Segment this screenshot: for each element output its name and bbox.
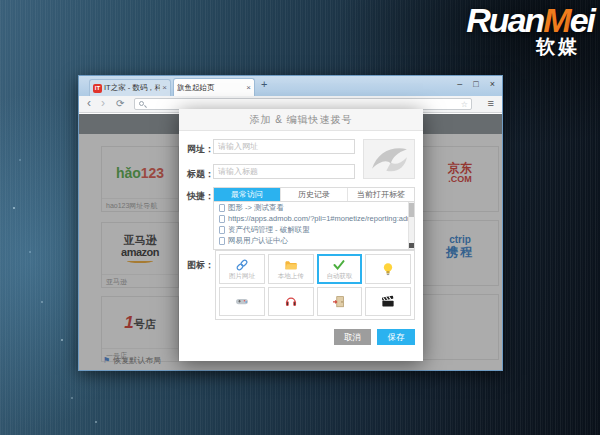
quick-dial-dialog: 添加 & 编辑快速拨号 网址： 标题： 快捷： 最常访问 历史记录 当前打开标签… [179, 109, 423, 361]
tab-history[interactable]: 历史记录 [280, 188, 347, 201]
icon-preview [363, 139, 415, 179]
refresh-button[interactable]: ⟳ [116, 96, 124, 111]
brand-text-part: Ruan [466, 1, 543, 39]
dialog-title: 添加 & 编辑快速拨号 [179, 109, 423, 131]
icon-tile-image-url[interactable]: 图片网址 [219, 254, 265, 284]
tab-itzhijia[interactable]: IT IT之家 - 数码，科技，生活 × [89, 79, 171, 96]
title-input[interactable] [213, 164, 355, 179]
page-icon [219, 226, 225, 234]
icon-tile-lightbulb[interactable] [365, 254, 411, 284]
tab-most-visited[interactable]: 最常访问 [214, 188, 280, 201]
list-item[interactable]: https://apps.admob.com/?pli=1#monetize/r… [214, 213, 414, 224]
save-button[interactable]: 保存 [377, 329, 415, 345]
door-icon [331, 294, 347, 309]
address-input[interactable] [147, 99, 459, 109]
url-label: 网址： [187, 143, 215, 156]
brand-text-part: ei [570, 1, 594, 39]
tab-close-icon[interactable]: × [162, 84, 167, 92]
check-icon [331, 258, 347, 272]
title-label: 标题： [187, 168, 215, 181]
itzhijia-favicon: IT [93, 84, 102, 93]
cancel-button[interactable]: 取消 [334, 329, 371, 345]
tab-title: IT之家 - 数码，科技，生活 [104, 83, 160, 93]
tab-bar: IT IT之家 - 数码，科技，生活 × 旗鱼起始页 × + – □ × [79, 76, 502, 96]
tab-close-icon[interactable]: × [246, 84, 251, 92]
list-item[interactable]: 图形 -> 测试查看 [214, 202, 414, 213]
list-item[interactable]: 网易用户认证中心 [214, 235, 414, 246]
back-button[interactable]: ‹ [87, 96, 91, 111]
shortcut-label: 快捷： [187, 190, 215, 203]
folder-icon [283, 258, 299, 272]
icon-tile-door[interactable] [317, 287, 363, 317]
page-icon [219, 237, 225, 245]
history-list: 图形 -> 测试查看 https://apps.admob.com/?pli=1… [213, 202, 415, 250]
icon-label: 图标： [187, 259, 215, 272]
ruanmei-logo: RuanMei 软媒 [466, 2, 594, 60]
icon-picker: 图片网址 本地上传 自动获取 [215, 250, 415, 320]
search-icon [139, 101, 144, 106]
sailfish-logo-icon [366, 142, 412, 176]
window-controls: – □ × [457, 78, 495, 91]
shortcut-tabs: 最常访问 历史记录 当前打开标签 [213, 187, 415, 202]
page-icon [219, 215, 225, 223]
new-tab-button[interactable]: + [261, 79, 267, 90]
link-icon [234, 258, 250, 272]
icon-tile-clapperboard[interactable] [365, 287, 411, 317]
scrollbar-thumb[interactable] [409, 203, 414, 217]
menu-icon[interactable]: ≡ [488, 97, 494, 109]
desktop: RuanMei 软媒 IT IT之家 - 数码，科技，生活 × 旗鱼起始页 × … [0, 0, 600, 435]
brand-text-accent: M [543, 1, 569, 39]
tab-start-page[interactable]: 旗鱼起始页 × [173, 78, 255, 96]
forward-button[interactable]: › [101, 96, 105, 111]
lightbulb-icon [380, 261, 396, 277]
clapperboard-icon [379, 294, 397, 309]
list-item[interactable]: 资产代码管理 - 破解联盟 [214, 224, 414, 235]
page-icon [219, 204, 225, 212]
icon-tile-headphones[interactable] [268, 287, 314, 317]
gamepad-icon [233, 294, 251, 308]
browser-window: IT IT之家 - 数码，科技，生活 × 旗鱼起始页 × + – □ × ‹ ›… [78, 75, 503, 371]
icon-tile-auto-fetch[interactable]: 自动获取 [317, 254, 363, 284]
tab-title: 旗鱼起始页 [177, 83, 244, 93]
close-button[interactable]: × [490, 78, 495, 91]
url-input[interactable] [213, 139, 355, 154]
tab-open-tabs[interactable]: 当前打开标签 [347, 188, 414, 201]
icon-tile-gamepad[interactable] [219, 287, 265, 317]
icon-tile-local-upload[interactable]: 本地上传 [268, 254, 314, 284]
bookmark-star-icon[interactable]: ☆ [461, 99, 468, 111]
maximize-button[interactable]: □ [473, 78, 478, 91]
minimize-button[interactable]: – [457, 78, 462, 91]
scrollbar[interactable] [408, 202, 414, 249]
scrollbar-down-button[interactable] [409, 243, 414, 248]
headphones-icon [283, 294, 299, 308]
